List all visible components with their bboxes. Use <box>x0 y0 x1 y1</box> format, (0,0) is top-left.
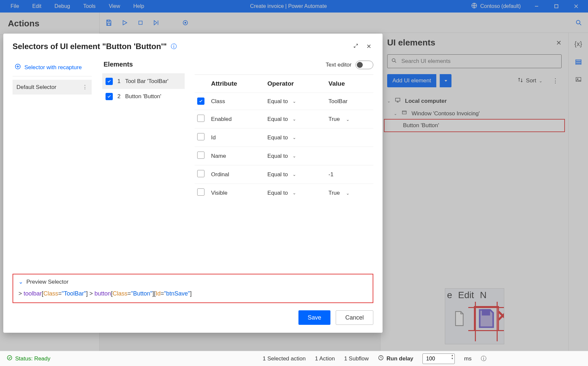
chevron-down-icon: ⌄ <box>394 111 397 116</box>
attribute-operator[interactable]: Equal to ⌄ <box>265 128 326 147</box>
tree-window[interactable]: ⌄ Window 'Contoso Invoicing' <box>385 107 564 120</box>
maximize-button[interactable] <box>547 0 566 13</box>
chevron-down-icon: ⌄ <box>293 99 296 104</box>
ui-elements-search-input[interactable] <box>387 54 562 68</box>
selector-token: "Button" <box>131 290 152 297</box>
element-label: Tool Bar 'ToolBar' <box>125 78 168 85</box>
attribute-value[interactable] <box>326 128 373 147</box>
variables-icon[interactable]: {x} <box>574 40 583 48</box>
info-icon[interactable]: ⓘ <box>481 355 486 362</box>
tree-element-label: Button 'Button' <box>403 122 439 129</box>
selector-token: Class <box>113 290 128 297</box>
menu-file[interactable]: File <box>4 1 26 12</box>
computer-icon <box>394 97 401 105</box>
sort-icon <box>517 77 523 85</box>
spinner-buttons[interactable]: ▲▼ <box>451 354 453 360</box>
close-ui-elements-icon[interactable]: ✕ <box>556 39 562 47</box>
selector-token: button <box>94 290 111 297</box>
text-editor-label: Text editor <box>326 62 352 68</box>
images-icon[interactable] <box>574 75 583 84</box>
save-button[interactable]: Save <box>298 310 330 325</box>
svg-point-12 <box>185 22 186 23</box>
plus-icon <box>15 63 21 71</box>
element-row[interactable]: 1 Tool Bar 'ToolBar' <box>102 74 185 89</box>
selector-item-default[interactable]: Default Selector ⋮ <box>13 80 92 95</box>
preview-selector-label: Preview Selector <box>26 279 69 285</box>
menu-edit[interactable]: Edit <box>26 1 48 12</box>
environment-picker[interactable]: Contoso (default) <box>466 2 526 10</box>
search-flow-icon[interactable] <box>575 19 583 27</box>
menu-tools[interactable]: Tools <box>77 1 102 12</box>
stop-flow-icon[interactable] <box>137 19 144 27</box>
dialog-header: Selectors of UI element "Button 'Button'… <box>3 34 383 56</box>
selector-token: > <box>88 290 95 297</box>
attribute-checkbox[interactable] <box>197 188 204 196</box>
attribute-operator[interactable]: Equal to ⌄ <box>265 184 326 202</box>
ui-elements-panel: UI elements ✕ Add UI element Sort ⌄ ⋮ <box>380 33 568 351</box>
step-flow-icon[interactable] <box>152 19 160 27</box>
close-window-button[interactable] <box>567 0 585 13</box>
attribute-value[interactable]: ToolBar <box>326 93 373 110</box>
ui-elements-icon[interactable] <box>574 57 583 66</box>
more-options-button[interactable]: ⋮ <box>549 75 562 86</box>
menu-view[interactable]: View <box>102 1 127 12</box>
menu-help[interactable]: Help <box>127 1 151 12</box>
attribute-row: Class Equal to ⌄ ToolBar <box>195 93 373 110</box>
menu-debug[interactable]: Debug <box>48 1 77 12</box>
element-row[interactable]: 2 Button 'Button' <box>102 89 185 104</box>
selector-token: = <box>58 290 62 297</box>
svg-point-15 <box>392 59 395 62</box>
chevron-down-icon: ⌄ <box>293 117 296 122</box>
ui-elements-tree: ⌄ Local computer ⌄ Window 'Contoso Invoi… <box>381 92 568 134</box>
chevron-down-icon: ⌄ <box>293 190 296 195</box>
text-editor-toggle[interactable] <box>356 61 373 69</box>
add-ui-element-dropdown[interactable] <box>440 74 451 87</box>
attribute-operator[interactable]: Equal to ⌄ <box>265 93 326 110</box>
preview-selector-toggle[interactable]: ⌄ Preview Selector <box>18 278 367 285</box>
attribute-checkbox[interactable] <box>197 98 204 105</box>
add-ui-element-button[interactable]: Add UI element <box>387 74 436 87</box>
checkmark-icon <box>7 355 13 362</box>
attribute-checkbox[interactable] <box>197 152 204 159</box>
attribute-row: Ordinal Equal to ⌄ -1 <box>195 165 373 184</box>
expand-dialog-icon[interactable] <box>351 41 360 52</box>
svg-point-13 <box>576 20 580 24</box>
record-icon[interactable] <box>181 19 189 27</box>
selector-item-menu-icon[interactable]: ⋮ <box>82 84 88 91</box>
chevron-down-icon: ⌄ <box>293 172 296 177</box>
attribute-checkbox[interactable] <box>197 115 204 122</box>
cancel-button[interactable]: Cancel <box>336 310 373 325</box>
run-flow-icon[interactable] <box>121 19 129 27</box>
attribute-checkbox[interactable] <box>197 133 204 140</box>
element-index: 1 <box>117 78 120 85</box>
chevron-down-icon: ⌄ <box>539 78 542 83</box>
minimize-button[interactable] <box>527 0 546 13</box>
tree-root-label: Local computer <box>405 98 447 104</box>
attribute-operator[interactable]: Equal to ⌄ <box>265 110 326 128</box>
tree-element-selected[interactable]: Button 'Button' <box>385 120 564 131</box>
attribute-value[interactable]: -1 <box>326 165 373 184</box>
info-icon[interactable]: ⓘ <box>171 42 177 50</box>
sort-button[interactable]: Sort ⌄ <box>514 75 546 87</box>
svg-rect-8 <box>139 21 142 24</box>
attribute-value[interactable] <box>326 147 373 165</box>
run-delay-input[interactable] <box>422 353 455 364</box>
selector-token: "btnSave" <box>164 290 190 297</box>
action-count: 1 Action <box>315 355 335 362</box>
chevron-down-icon: ⌄ <box>346 117 350 122</box>
save-flow-icon[interactable] <box>105 19 113 27</box>
attribute-operator[interactable]: Equal to ⌄ <box>265 165 326 184</box>
chevron-down-icon: ⌄ <box>293 154 296 158</box>
attribute-name: Enabled <box>208 110 265 128</box>
tree-root[interactable]: ⌄ Local computer <box>385 95 564 107</box>
selector-token: ] <box>190 290 192 297</box>
close-dialog-icon[interactable]: ✕ <box>364 41 373 52</box>
attribute-checkbox[interactable] <box>197 170 204 177</box>
attribute-value[interactable]: True ⌄ <box>326 110 373 128</box>
attribute-operator[interactable]: Equal to ⌄ <box>265 147 326 165</box>
selector-token: Class <box>44 290 58 297</box>
element-checkbox[interactable] <box>106 78 113 85</box>
element-checkbox[interactable] <box>106 93 113 100</box>
attribute-value[interactable]: True ⌄ <box>326 184 373 202</box>
add-selector-button[interactable]: Selector with recapture <box>13 61 92 76</box>
